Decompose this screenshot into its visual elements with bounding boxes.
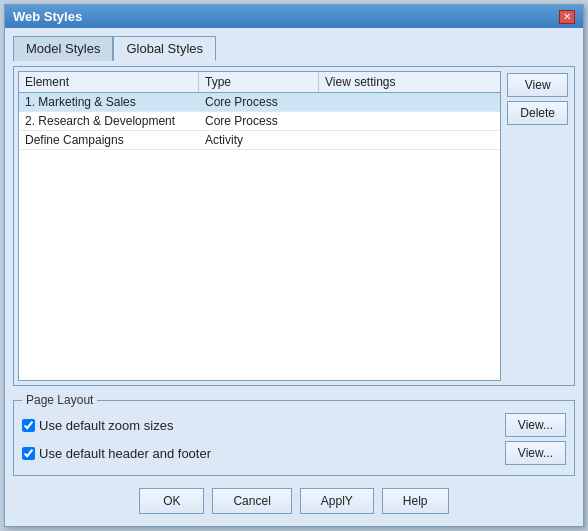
table-row[interactable]: 2. Research & Development Core Process (19, 112, 500, 131)
title-bar: Web Styles ✕ (5, 5, 583, 28)
cell-view-2 (319, 131, 449, 149)
table-row[interactable]: Define Campaigns Activity (19, 131, 500, 150)
page-layout-row-zoom: Use default zoom sizes View... (22, 413, 566, 437)
header-label: Use default header and footer (39, 446, 211, 461)
view-button[interactable]: View (507, 73, 568, 97)
cancel-button[interactable]: Cancel (212, 488, 291, 514)
cell-element-1: 2. Research & Development (19, 112, 199, 130)
window-title: Web Styles (13, 9, 82, 24)
page-layout-row-header: Use default header and footer View... (22, 441, 566, 465)
header-checkbox[interactable] (22, 447, 35, 460)
header-element: Element (19, 72, 199, 92)
bottom-buttons: OK Cancel ApplY Help (13, 482, 575, 518)
tab-content: Element Type View settings 1. Marketing … (13, 66, 575, 386)
table-header: Element Type View settings (19, 72, 500, 93)
delete-button[interactable]: Delete (507, 101, 568, 125)
zoom-checkbox[interactable] (22, 419, 35, 432)
tab-global-styles[interactable]: Global Styles (113, 36, 216, 61)
cell-view-1 (319, 112, 449, 130)
tabs-container: Model Styles Global Styles (13, 36, 575, 61)
tab-model-styles[interactable]: Model Styles (13, 36, 113, 61)
header-checkbox-label[interactable]: Use default header and footer (22, 446, 211, 461)
elements-table: Element Type View settings 1. Marketing … (18, 71, 501, 381)
table-row[interactable]: 1. Marketing & Sales Core Process (19, 93, 500, 112)
side-buttons: View Delete (505, 71, 570, 381)
zoom-label: Use default zoom sizes (39, 418, 173, 433)
table-body: 1. Marketing & Sales Core Process 2. Res… (19, 93, 500, 380)
zoom-checkbox-label[interactable]: Use default zoom sizes (22, 418, 173, 433)
help-button[interactable]: Help (382, 488, 449, 514)
header-type: Type (199, 72, 319, 92)
web-styles-window: Web Styles ✕ Model Styles Global Styles … (4, 4, 584, 527)
cell-element-0: 1. Marketing & Sales (19, 93, 199, 111)
cell-type-1: Core Process (199, 112, 319, 130)
cell-element-2: Define Campaigns (19, 131, 199, 149)
close-button[interactable]: ✕ (559, 10, 575, 24)
cell-type-0: Core Process (199, 93, 319, 111)
view-zoom-button[interactable]: View... (505, 413, 566, 437)
cell-type-2: Activity (199, 131, 319, 149)
window-body: Model Styles Global Styles Element Type … (5, 28, 583, 526)
apply-button[interactable]: ApplY (300, 488, 374, 514)
page-layout-section: Page Layout Use default zoom sizes View.… (13, 393, 575, 476)
cell-view-0 (319, 93, 449, 111)
header-view-settings: View settings (319, 72, 449, 92)
view-header-button[interactable]: View... (505, 441, 566, 465)
page-layout-legend: Page Layout (22, 393, 97, 407)
ok-button[interactable]: OK (139, 488, 204, 514)
